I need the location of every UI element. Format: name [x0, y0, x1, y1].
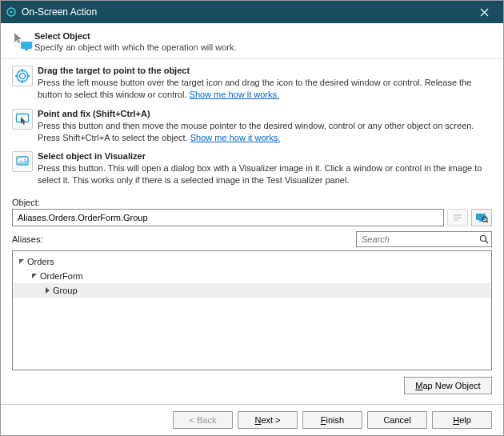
map-new-object-button[interactable]: Map New Object — [404, 377, 492, 394]
object-spy-button[interactable] — [471, 209, 492, 226]
object-input[interactable] — [12, 209, 444, 226]
tree-node-orders[interactable]: Orders — [13, 254, 491, 269]
footer: < Back Next > Finish Cancel Help — [1, 404, 503, 435]
svg-rect-3 — [25, 49, 28, 50]
svg-point-20 — [481, 236, 486, 242]
method-point-link[interactable]: Show me how it works. — [190, 133, 280, 142]
close-button[interactable] — [468, 1, 500, 23]
svg-line-21 — [486, 241, 488, 243]
aliases-tree[interactable]: Orders OrderForm Group — [12, 250, 492, 370]
dialog-window: On-Screen Action Select Object Specify a… — [0, 0, 504, 436]
method-visualizer-title: Select object in Visualizer — [38, 151, 492, 161]
svg-point-1 — [10, 11, 13, 14]
method-visualizer-desc: Press this button. This will open a dial… — [38, 162, 492, 186]
point-fix-icon[interactable] — [12, 109, 33, 130]
method-drag-link[interactable]: Show me how it works. — [190, 90, 279, 99]
svg-rect-13 — [454, 214, 462, 216]
header-title: Select Object — [34, 31, 492, 41]
app-icon — [6, 6, 17, 18]
search-input[interactable] — [356, 231, 492, 247]
svg-line-19 — [486, 221, 488, 222]
svg-rect-15 — [454, 219, 458, 221]
cancel-button[interactable]: Cancel — [367, 411, 427, 429]
finish-button[interactable]: Finish — [302, 411, 362, 429]
tree-node-label: OrderForm — [40, 271, 83, 281]
next-button[interactable]: Next > — [238, 411, 298, 429]
tree-node-label: Group — [53, 286, 78, 295]
method-visualizer: Select object in Visualizer Press this b… — [12, 151, 492, 186]
header-subtitle: Specify an object with which the operati… — [34, 42, 492, 52]
method-point-desc: Press this button and then move the mous… — [38, 120, 492, 144]
select-object-icon — [12, 31, 34, 52]
method-drag-title: Drag the target to point to the object — [38, 66, 492, 75]
back-button: < Back — [173, 411, 233, 429]
highlight-button — [447, 209, 468, 226]
collapse-icon[interactable] — [42, 287, 53, 294]
svg-point-12 — [24, 158, 26, 160]
drag-target-icon[interactable] — [12, 66, 33, 86]
method-drag: Drag the target to point to the object P… — [12, 66, 492, 101]
aliases-label: Aliases: — [12, 234, 356, 244]
expand-icon[interactable] — [29, 273, 40, 279]
svg-point-5 — [20, 74, 26, 79]
svg-rect-2 — [21, 42, 32, 49]
expand-icon[interactable] — [16, 258, 27, 265]
titlebar: On-Screen Action — [1, 1, 503, 23]
tree-node-orderform[interactable]: OrderForm — [13, 269, 491, 283]
header: Select Object Specify an object with whi… — [1, 23, 503, 59]
help-button[interactable]: Help — [432, 411, 492, 429]
svg-point-4 — [17, 70, 28, 82]
tree-node-group[interactable]: Group — [13, 283, 491, 298]
window-title: On-Screen Action — [22, 6, 468, 18]
svg-rect-14 — [454, 217, 462, 218]
visualizer-icon[interactable] — [12, 151, 33, 172]
method-point-title: Point and fix (Shift+Ctrl+A) — [38, 109, 492, 118]
search-icon — [479, 234, 489, 244]
svg-rect-17 — [479, 220, 482, 222]
object-label: Object: — [12, 198, 40, 207]
method-point: Point and fix (Shift+Ctrl+A) Press this … — [12, 109, 492, 144]
tree-node-label: Orders — [27, 257, 54, 266]
method-drag-desc: Press the left mouse button over the tar… — [38, 77, 492, 101]
